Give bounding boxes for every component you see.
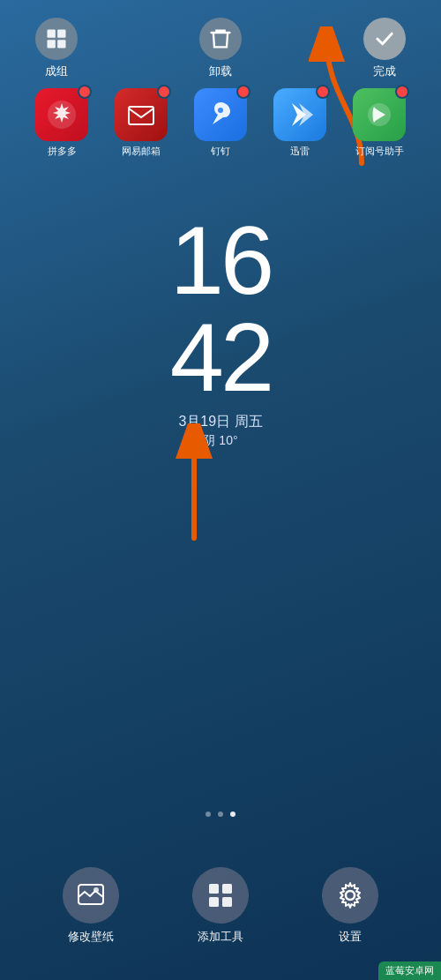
tools-label: 添加工具: [198, 929, 243, 945]
bottom-bar: 修改壁纸 添加工具 设置: [0, 867, 441, 945]
app-dingtalk-badge: [236, 85, 250, 99]
mail-svg: [125, 99, 157, 131]
app-xunlei-label: 迅雷: [290, 145, 310, 158]
svg-rect-6: [129, 107, 153, 124]
app-pdd[interactable]: 拼多多: [30, 88, 93, 158]
trash-icon: [208, 26, 233, 51]
svg-rect-3: [57, 40, 65, 48]
settings-button[interactable]: 设置: [322, 867, 378, 945]
watermark: 蓝莓安卓网: [378, 961, 441, 980]
page-dots: [0, 812, 441, 817]
action-bar: 成组 卸载 完成: [0, 18, 441, 79]
app-163mail-wrapper: [115, 88, 168, 141]
svg-rect-15: [222, 897, 232, 907]
group-button[interactable]: 成组: [35, 18, 78, 79]
clock-minutes: 42: [170, 309, 271, 406]
app-sub-label: 订阅号助手: [355, 145, 404, 158]
app-dingtalk[interactable]: 钉钉: [189, 88, 252, 158]
clock-weather: 阴 10°: [203, 433, 237, 449]
svg-point-7: [218, 108, 223, 113]
app-sub-badge: [395, 85, 409, 99]
dot-2: [218, 812, 223, 817]
svg-rect-1: [57, 30, 65, 38]
uninstall-button[interactable]: 卸载: [199, 18, 242, 79]
done-button[interactable]: 完成: [363, 18, 406, 79]
watermark-text: 蓝莓安卓网: [385, 965, 434, 976]
dot-3: [230, 812, 235, 817]
app-xunlei-badge: [316, 85, 330, 99]
clock-section: 16 42 3月19日 周五 阴 10°: [0, 212, 441, 449]
wallpaper-icon: [77, 881, 105, 909]
app-163mail-badge: [157, 85, 171, 99]
done-icon-circle: [363, 18, 406, 60]
settings-label: 设置: [339, 929, 362, 945]
app-pdd-wrapper: [35, 88, 88, 141]
app-pdd-badge: [78, 85, 92, 99]
group-icon-circle: [35, 18, 78, 60]
svg-rect-14: [209, 897, 219, 907]
app-sub-wrapper: [353, 88, 406, 141]
sub-svg: [363, 98, 396, 131]
xl-svg: [283, 98, 317, 131]
clock-hours: 16: [170, 212, 271, 309]
app-subscription[interactable]: 订阅号助手: [348, 88, 411, 158]
uninstall-icon-circle: [199, 18, 242, 60]
tools-button[interactable]: 添加工具: [192, 867, 249, 945]
svg-rect-13: [222, 884, 232, 894]
app-xunlei-wrapper: [273, 88, 326, 141]
wallpaper-button[interactable]: 修改壁纸: [63, 867, 119, 945]
dot-1: [206, 812, 211, 817]
svg-rect-12: [209, 884, 219, 894]
app-dingtalk-label: 钉钉: [211, 145, 230, 158]
app-xunlei[interactable]: 迅雷: [268, 88, 332, 158]
app-163mail-label: 网易邮箱: [122, 145, 161, 158]
svg-rect-0: [48, 30, 56, 38]
group-label: 成组: [45, 64, 68, 79]
ding-svg: [204, 98, 237, 131]
svg-point-16: [346, 891, 355, 900]
settings-icon-circle: [322, 867, 378, 924]
tools-icon: [206, 881, 235, 909]
pdd-svg: [45, 98, 78, 131]
svg-point-11: [93, 887, 99, 893]
gear-icon: [336, 881, 364, 909]
group-icon: [44, 26, 69, 51]
clock-date: 3月19日 周五: [178, 413, 262, 431]
app-163mail[interactable]: 网易邮箱: [109, 88, 173, 158]
apps-row: 拼多多 网易邮箱 钉钉: [0, 88, 441, 158]
wallpaper-label: 修改壁纸: [68, 929, 114, 945]
uninstall-label: 卸载: [209, 64, 232, 79]
svg-rect-2: [48, 40, 56, 48]
app-dingtalk-wrapper: [194, 88, 247, 141]
done-label: 完成: [373, 64, 396, 79]
tools-icon-circle: [192, 867, 249, 924]
app-pdd-label: 拼多多: [48, 145, 77, 158]
checkmark-icon: [372, 26, 397, 51]
wallpaper-icon-circle: [63, 867, 119, 924]
